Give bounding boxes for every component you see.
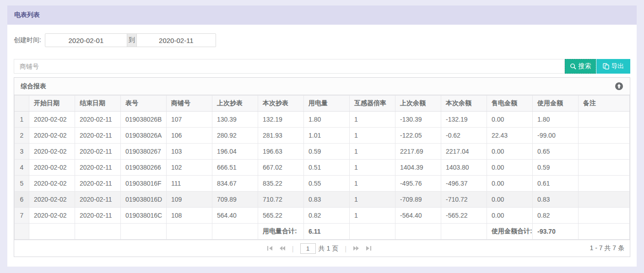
table-cell: 0.61 (533, 176, 579, 192)
table-cell: 106 (167, 128, 212, 144)
table-cell: 2020-02-02 (29, 128, 75, 144)
table-row[interactable]: 12020-02-022020-02-11019038026B107130.39… (15, 112, 630, 128)
column-header: 售电金额 (487, 96, 533, 112)
table-cell: 2020-02-11 (75, 176, 121, 192)
table-cell: 2020-02-02 (29, 176, 75, 192)
table-cell: 0.51 (304, 160, 350, 176)
table-row[interactable]: 32020-02-022020-02-110190380267103196.04… (15, 144, 630, 160)
table-cell: 102 (167, 160, 212, 176)
table-cell: -709.89 (395, 192, 441, 208)
table-cell: 0.55 (304, 176, 350, 192)
table-cell (579, 208, 630, 224)
export-button-label: 导出 (612, 62, 624, 70)
table-cell: 0.00 (487, 144, 533, 160)
table-cell: 1.80 (533, 112, 579, 128)
column-header: 上次抄表 (212, 96, 258, 112)
collapse-arrow-up-icon[interactable] (615, 82, 623, 91)
table-header: 开始日期结束日期表号商铺号上次抄表本次抄表用电量互感器倍率上次余额本次余额售电金… (15, 96, 630, 112)
table-cell: -564.40 (395, 208, 441, 224)
table-cell: 835.22 (258, 176, 304, 192)
table-cell: -130.39 (395, 112, 441, 128)
table-cell: 1 (350, 160, 395, 176)
table-cell: 108 (167, 208, 212, 224)
table-cell: 2020-02-02 (29, 160, 75, 176)
table-cell: 0.00 (487, 160, 533, 176)
row-number-cell: 4 (15, 160, 29, 176)
search-icon (570, 63, 576, 70)
column-header: 备注 (579, 96, 630, 112)
row-number-cell: 1 (15, 112, 29, 128)
table-cell: 107 (167, 112, 212, 128)
table-cell (579, 192, 630, 208)
table-cell: 0.83 (533, 192, 579, 208)
table-cell: 2217.69 (395, 144, 441, 160)
amount-total-value: -93.70 (533, 224, 579, 240)
search-row: 搜索 导出 (14, 59, 630, 74)
meter-list-card: 电表列表 创建时间: 到 搜索 导出 (7, 5, 637, 267)
table-cell: 019038016D (121, 192, 167, 208)
search-button-label: 搜索 (579, 62, 591, 70)
table-header-row: 开始日期结束日期表号商铺号上次抄表本次抄表用电量互感器倍率上次余额本次余额售电金… (15, 96, 630, 112)
column-header: 本次余额 (441, 96, 487, 112)
date-to-input[interactable] (137, 34, 216, 47)
table-cell: -0.62 (441, 128, 487, 144)
table-cell (579, 160, 630, 176)
page-number-input[interactable] (300, 243, 316, 254)
pager-separator: | (345, 245, 346, 252)
table-row[interactable]: 72020-02-022020-02-11019038016C108564.40… (15, 208, 630, 224)
usage-total-value: 6.11 (304, 224, 350, 240)
table-cell: 1 (350, 112, 395, 128)
table-cell: -565.22 (441, 208, 487, 224)
export-button[interactable]: 导出 (596, 59, 630, 74)
rownum-column-header (15, 96, 29, 112)
table-row[interactable]: 22020-02-022020-02-11019038026A106280.92… (15, 128, 630, 144)
table-cell: 1404.39 (395, 160, 441, 176)
table-row[interactable]: 52020-02-022020-02-11019038016F111834.67… (15, 176, 630, 192)
column-header: 互感器倍率 (350, 96, 395, 112)
usage-total-label: 用电量合计: (258, 224, 304, 240)
table-cell: 22.43 (487, 128, 533, 144)
shop-number-search-input[interactable] (14, 59, 565, 74)
grid-caption-title: 综合报表 (21, 82, 46, 91)
table-cell: 019038026B (121, 112, 167, 128)
row-number-cell: 6 (15, 192, 29, 208)
table-cell: 0.00 (487, 208, 533, 224)
table-row[interactable]: 62020-02-022020-02-11019038016D109709.89… (15, 192, 630, 208)
table-cell (579, 112, 630, 128)
table-cell: -495.76 (395, 176, 441, 192)
column-header: 开始日期 (29, 96, 75, 112)
row-number-cell: 2 (15, 128, 29, 144)
table-cell: 2020-02-11 (75, 192, 121, 208)
panel-titlebar: 电表列表 (7, 5, 637, 25)
table-cell: 2020-02-11 (75, 112, 121, 128)
table-footer: 用电量合计: 6.11 使用金额合计: -93.70 (15, 224, 630, 240)
table-cell: 0.82 (533, 208, 579, 224)
table-cell: 281.93 (258, 128, 304, 144)
pager-prev-icon[interactable] (279, 246, 286, 251)
pager-bar: | 共 1 页 | 1 - 7 共 7 条 (14, 240, 630, 257)
amount-total-label: 使用金额合计: (487, 224, 533, 240)
table-cell: 1.80 (304, 112, 350, 128)
search-button[interactable]: 搜索 (565, 59, 596, 74)
table-cell: 2020-02-11 (75, 160, 121, 176)
table-cell: 2020-02-11 (75, 208, 121, 224)
table-cell: 132.19 (258, 112, 304, 128)
grid-caption-bar: 综合报表 (14, 78, 630, 95)
pager-next-icon[interactable] (353, 246, 359, 251)
row-number-cell: 7 (15, 208, 29, 224)
table-cell: 0.83 (304, 192, 350, 208)
date-from-input[interactable] (45, 34, 127, 47)
pager-first-icon[interactable] (267, 246, 273, 251)
table-row[interactable]: 42020-02-022020-02-110190380266102666.51… (15, 160, 630, 176)
table-cell: 0.00 (487, 192, 533, 208)
table-cell: 834.67 (212, 176, 258, 192)
table-cell: 196.63 (258, 144, 304, 160)
pager-last-icon[interactable] (366, 246, 372, 251)
table-cell: 1 (350, 208, 395, 224)
panel-content: 创建时间: 到 搜索 导出 (7, 25, 637, 257)
pager-separator: | (292, 245, 294, 252)
row-number-cell: 5 (15, 176, 29, 192)
column-header: 结束日期 (75, 96, 121, 112)
table-cell: 2020-02-11 (75, 128, 121, 144)
date-range-separator: 到 (127, 34, 137, 47)
